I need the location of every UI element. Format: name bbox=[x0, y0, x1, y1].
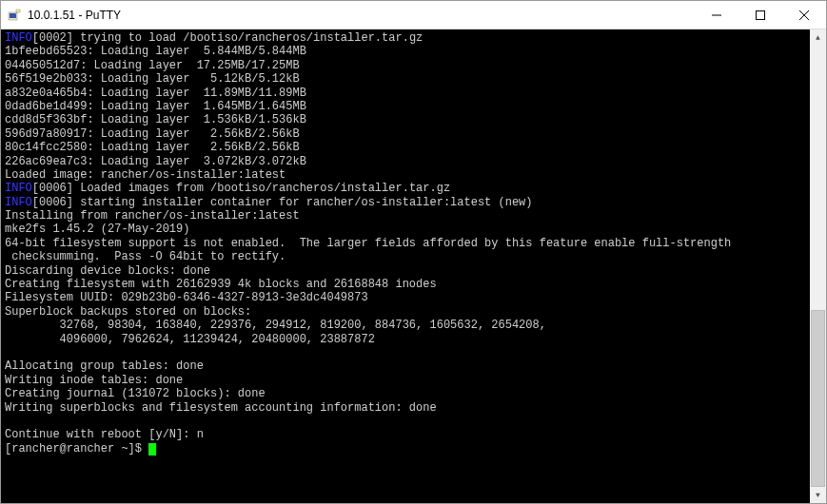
window-title: 10.0.1.51 - PuTTY bbox=[28, 9, 695, 22]
terminal-line: Creating journal (131072 blocks): done bbox=[5, 387, 806, 400]
log-text: [0002] trying to load /bootiso/rancheros… bbox=[32, 31, 423, 45]
log-level-tag: INFO bbox=[5, 31, 32, 45]
terminal-line: 226ac69ea7c3: Loading layer 3.072kB/3.07… bbox=[5, 155, 806, 168]
window-titlebar: 10.0.1.51 - PuTTY bbox=[1, 1, 826, 29]
terminal-output[interactable]: INFO[0002] trying to load /bootiso/ranch… bbox=[1, 29, 810, 503]
terminal-line: Installing from rancher/os-installer:lat… bbox=[5, 209, 806, 223]
scroll-up-button[interactable]: ▲ bbox=[810, 29, 826, 46]
putty-icon bbox=[7, 8, 22, 23]
terminal-line: 80c14fcc2580: Loading layer 2.56kB/2.56k… bbox=[5, 141, 806, 154]
minimize-button[interactable] bbox=[695, 1, 738, 29]
log-text: [0006] starting installer container for … bbox=[32, 196, 533, 209]
terminal-line: INFO[0006] starting installer container … bbox=[5, 196, 806, 209]
terminal-line: 596d97a80917: Loading layer 2.56kB/2.56k… bbox=[5, 127, 806, 141]
terminal-line: Continue with reboot [y/N]: n bbox=[5, 428, 806, 441]
svg-rect-5 bbox=[757, 10, 765, 19]
terminal-line: 32768, 98304, 163840, 229376, 294912, 81… bbox=[5, 319, 806, 332]
terminal-line: Filesystem UUID: 029b23b0-6346-4327-8913… bbox=[5, 291, 806, 304]
terminal-line: INFO[0006] Loaded images from /bootiso/r… bbox=[5, 182, 806, 195]
svg-rect-2 bbox=[16, 10, 20, 12]
terminal-line: 0dad6be1d499: Loading layer 1.645MB/1.64… bbox=[5, 100, 806, 113]
terminal-line: 044650512d7: Loading layer 17.25MB/17.25… bbox=[5, 59, 806, 72]
window-controls bbox=[695, 1, 826, 29]
terminal-line: INFO[0002] trying to load /bootiso/ranch… bbox=[5, 31, 806, 45]
terminal-line: Writing inode tables: done bbox=[5, 374, 806, 387]
terminal-line: cdd8d5f363bf: Loading layer 1.536kB/1.53… bbox=[5, 113, 806, 126]
terminal-line: Discarding device blocks: done bbox=[5, 264, 806, 278]
maximize-button[interactable] bbox=[738, 1, 782, 29]
log-level-tag: INFO bbox=[5, 196, 32, 209]
scrollbar[interactable]: ▲ ▼ bbox=[810, 29, 826, 503]
shell-prompt: [rancher@rancher ~]$ bbox=[5, 442, 148, 456]
terminal-line: Superblock backups stored on blocks: bbox=[5, 305, 806, 319]
scroll-down-button[interactable]: ▼ bbox=[810, 487, 826, 503]
scrollbar-track[interactable] bbox=[810, 46, 826, 487]
terminal-line: Writing superblocks and filesystem accou… bbox=[5, 401, 806, 415]
terminal-line: Loaded image: rancher/os-installer:lates… bbox=[5, 168, 806, 182]
terminal-line bbox=[5, 415, 806, 428]
terminal-line: 56f519e2b033: Loading layer 5.12kB/5.12k… bbox=[5, 72, 806, 86]
terminal-line: mke2fs 1.45.2 (27-May-2019) bbox=[5, 223, 806, 236]
log-text: [0006] Loaded images from /bootiso/ranch… bbox=[32, 182, 450, 195]
terminal-line: checksumming. Pass -O 64bit to rectify. bbox=[5, 250, 806, 263]
log-level-tag: INFO bbox=[5, 182, 32, 195]
terminal-line: 4096000, 7962624, 11239424, 20480000, 23… bbox=[5, 333, 806, 346]
terminal-line bbox=[5, 346, 806, 359]
prompt-line: [rancher@rancher ~]$ bbox=[5, 442, 806, 456]
terminal-line: Allocating group tables: done bbox=[5, 359, 806, 373]
terminal-line: Creating filesystem with 26162939 4k blo… bbox=[5, 278, 806, 291]
terminal-line: a832e0a465b4: Loading layer 11.89MB/11.8… bbox=[5, 87, 806, 100]
terminal-cursor bbox=[148, 443, 156, 456]
scrollbar-thumb[interactable] bbox=[811, 310, 825, 487]
terminal-line: 64-bit filesystem support is not enabled… bbox=[5, 237, 806, 250]
terminal-line: 1bfeebd65523: Loading layer 5.844MB/5.84… bbox=[5, 45, 806, 58]
close-button[interactable] bbox=[782, 1, 826, 29]
